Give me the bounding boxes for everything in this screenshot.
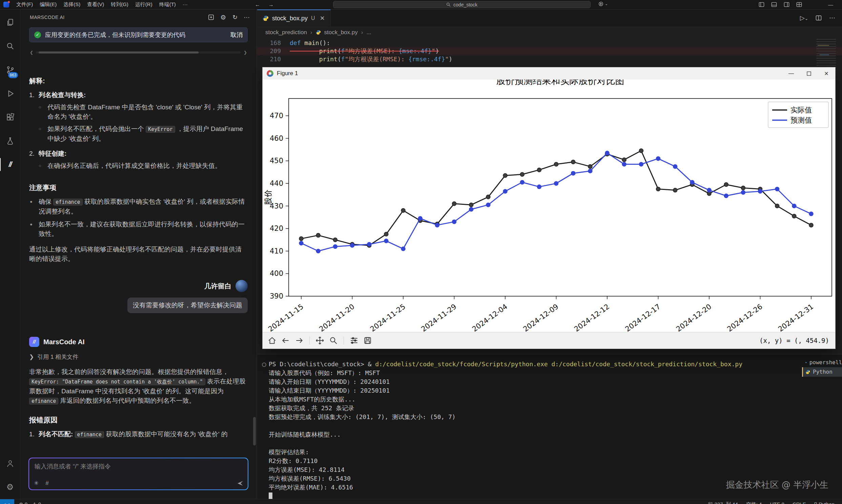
code-editor[interactable]: 168 def main(): 209 print(f"均方误差(MSE): {… (257, 38, 842, 63)
watermark-text: 掘金技术社区 @ 半浮小生 (726, 480, 828, 489)
run-python-file-button[interactable]: ▷⌄ (800, 14, 808, 22)
zoom-icon[interactable] (327, 335, 340, 347)
search-options[interactable]: ⌄ (598, 1, 608, 6)
terminal-tab-powershell[interactable]: powershell (802, 358, 842, 367)
terminal-panel[interactable]: PS D:\codelist\code_stock> & d:/codelist… (257, 354, 842, 499)
svg-text:2024-12-20: 2024-12-20 (675, 303, 713, 332)
notes-heading: 注意事项 (29, 183, 248, 192)
new-chat-icon[interactable] (208, 14, 214, 20)
scroll-left-icon[interactable]: ❮ (30, 48, 33, 57)
sidebar-item-marscode[interactable]: // (0, 152, 20, 176)
chat-scroll-area[interactable]: ✓ 应用变更的任务已完成，但未识别到需要变更的代码 取消 ❮ ❯ 解释: 1. … (20, 25, 257, 455)
history-back-icon[interactable]: ← (255, 2, 260, 8)
sidebar-item-testing[interactable] (0, 129, 20, 152)
figure-canvas[interactable]: 3904004104204304404504604702024-11-15202… (263, 79, 835, 332)
scm-badge: 863 (8, 72, 18, 78)
code-line-deleted[interactable]: 209 print(f"均方误差(MSE): {mse:.4f}") (257, 47, 842, 55)
terminal-output[interactable]: PS D:\codelist\code_stock> & d:/codelist… (269, 360, 794, 501)
menu-edit[interactable]: 编辑(E) (37, 1, 59, 8)
list-bullet: ○ 如果列名不匹配，代码会抛出一个 KeyError ，提示用户 DataFra… (29, 124, 248, 144)
save-icon[interactable] (362, 335, 374, 347)
sidebar-item-extensions[interactable] (0, 105, 20, 129)
terminal-line: 均方误差(MSE): 42.8114 (269, 465, 794, 474)
more-icon[interactable]: ⋯ (244, 14, 250, 21)
figure-close-button[interactable]: ✕ (818, 67, 835, 79)
matplotlib-icon (267, 70, 273, 77)
remote-indicator[interactable]: >< (0, 499, 14, 504)
menu-more[interactable]: ··· (179, 1, 191, 8)
notice-scrollbar[interactable]: ❮ ❯ (30, 48, 247, 57)
toggle-panel-icon[interactable] (771, 2, 777, 7)
toggle-secondary-sidebar-icon[interactable] (784, 2, 789, 7)
sidebar-scrollbar[interactable] (253, 417, 256, 446)
sidebar-item-source-control[interactable]: 863 (0, 58, 20, 82)
encoding[interactable]: UTF-8 (770, 501, 785, 504)
split-editor-icon[interactable] (815, 15, 822, 21)
toggle-sidebar-icon[interactable] (759, 2, 764, 7)
terminal-tab-python[interactable]: Python (802, 367, 842, 377)
command-center-search[interactable]: code_stock (333, 1, 590, 8)
history-icon[interactable]: ↻ (233, 14, 238, 21)
note-bullet: ● 确保 efinance 获取的股票数据中确实包含 '收盘价' 列，或者根据实… (29, 197, 248, 216)
menu-selection[interactable]: 选择(S) (60, 1, 83, 8)
figure-minimize-button[interactable]: — (783, 67, 800, 79)
scroll-right-icon[interactable]: ❯ (244, 48, 247, 57)
pan-icon[interactable] (314, 335, 326, 347)
send-button[interactable] (237, 480, 244, 487)
terminal-line: 请输入结束日期（YYYYMMDD）: 20250101 (269, 386, 794, 395)
reference-toggle[interactable]: ❯ 引用 1 相关文件 (29, 353, 248, 362)
terminal-cursor[interactable] (269, 492, 272, 500)
errors-count[interactable]: ⊗ 0 (19, 501, 28, 504)
cancel-button[interactable]: 取消 (226, 31, 243, 39)
close-icon[interactable]: ✕ (320, 15, 325, 22)
code-line[interactable]: 168 def main(): (257, 39, 842, 47)
cursor-position[interactable]: 行 237, 列 44 (708, 501, 738, 504)
menu-view[interactable]: 查看(V) (84, 1, 107, 8)
history-forward-icon[interactable]: → (268, 2, 274, 8)
context-hash-icon[interactable]: # (46, 480, 49, 487)
breadcrumb-file[interactable]: stock_box.py (324, 29, 358, 36)
menu-terminal[interactable]: 终端(T) (156, 1, 179, 8)
tab-stock-box[interactable]: stock_box.py U ✕ (257, 10, 331, 26)
figure-titlebar[interactable]: Figure 1 — ✕ (263, 67, 835, 80)
maximize-icon (807, 71, 811, 76)
figure-window[interactable]: Figure 1 — ✕ 390400410420430440450460470… (262, 67, 836, 349)
sidebar-item-settings[interactable]: ⚙ (0, 475, 20, 499)
prediction-chart[interactable]: 3904004104204304404504604702024-11-15202… (263, 79, 835, 332)
language-mode[interactable]: {} Python (814, 501, 835, 504)
warnings-count[interactable]: ⚠ 0 (32, 501, 41, 504)
eol[interactable]: CRLF (792, 501, 806, 504)
breadcrumb-symbol[interactable]: ... (366, 29, 371, 36)
code-token (290, 48, 319, 54)
customize-layout-icon[interactable] (796, 2, 802, 7)
sidebar-item-run-debug[interactable] (0, 82, 20, 105)
menu-file[interactable]: 文件(F) (13, 1, 36, 8)
breadcrumb-folder[interactable]: stock_prediction (265, 29, 307, 36)
chat-input[interactable]: 输入消息或者 “/” 来选择指令 ✳ # (29, 458, 248, 489)
sidebar-item-search[interactable] (0, 34, 20, 58)
skills-icon[interactable]: ✳ (34, 480, 39, 487)
breadcrumb[interactable]: stock_prediction › stock_box.py › ... (257, 27, 842, 38)
code-line[interactable]: 210 print(f"均方根误差(RMSE): {rmse:.4f}") (257, 55, 842, 63)
menu-run[interactable]: 运行(R) (132, 1, 156, 8)
window-minimize-button[interactable]: — (828, 0, 833, 9)
figure-maximize-button[interactable] (800, 67, 818, 79)
note-text: 如果列名不一致，建议在获取数据后立即进行列名转换，以保持代码的一致性。 (39, 220, 248, 239)
configure-subplots-icon[interactable] (348, 335, 360, 347)
more-actions-icon[interactable]: ⋯ (829, 14, 835, 22)
list-bullet: ○ 代码首先检查 DataFrame 中是否包含 'close' 或 'Clos… (29, 103, 248, 122)
menu-go[interactable]: 转到(G) (108, 1, 132, 8)
home-icon[interactable] (266, 335, 278, 347)
user-row: 几许留白 (29, 280, 248, 292)
settings-icon[interactable]: ⚙ (220, 14, 226, 21)
assistant-reply: 非常抱歉，我之前的回答没有解决您的问题。根据您提供的报错信息，KeyError:… (29, 367, 248, 406)
chat-input-placeholder: 输入消息或者 “/” 来选择指令 (35, 462, 242, 470)
sidebar-item-explorer[interactable] (0, 11, 20, 34)
forward-icon[interactable] (293, 335, 305, 347)
back-icon[interactable] (279, 335, 292, 347)
tab-bar: stock_box.py U ✕ ▷⌄ ⋯ (257, 9, 842, 27)
panel-title: MARSCODE AI (30, 15, 208, 20)
terminal-line (269, 421, 794, 430)
sidebar-item-account[interactable] (0, 452, 20, 475)
indentation[interactable]: 空格: 4 (746, 501, 762, 504)
